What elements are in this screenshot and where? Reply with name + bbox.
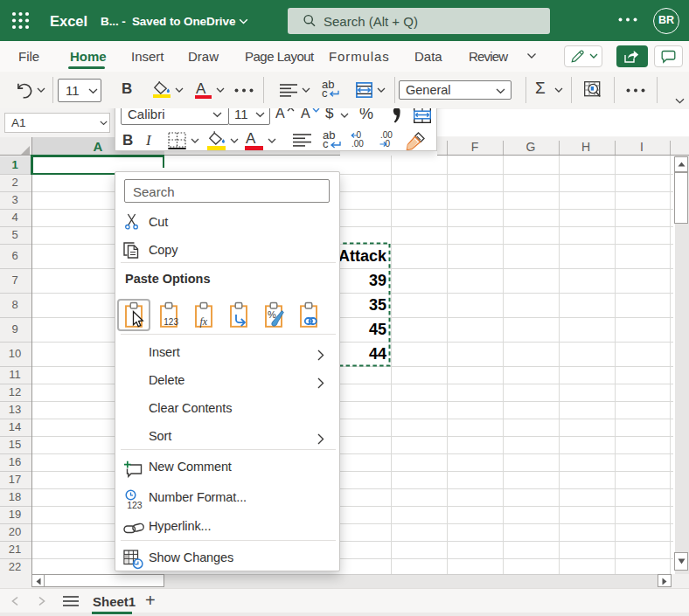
svg-text:123: 123 [164, 317, 178, 327]
svg-text:fx: fx [200, 315, 208, 328]
svg-text:123: 123 [127, 500, 143, 510]
svg-text:%: % [268, 309, 276, 320]
